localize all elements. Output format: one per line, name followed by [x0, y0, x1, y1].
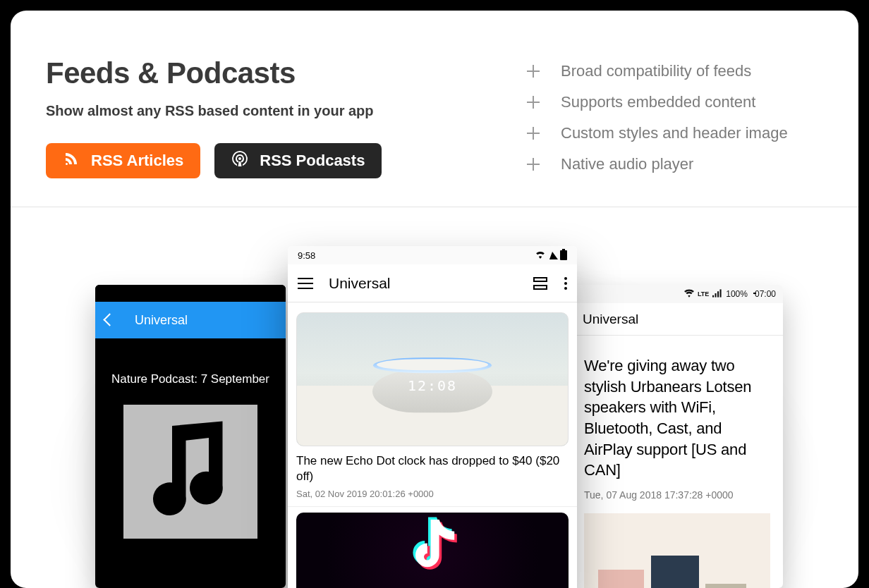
plus-icon	[527, 127, 540, 140]
appbar: Universal	[571, 303, 783, 336]
speaker-shape	[705, 584, 746, 588]
wifi-icon	[684, 289, 694, 300]
page-subtitle: Show almost any RSS based content in you…	[46, 103, 382, 119]
statusbar: 9:58	[288, 246, 577, 264]
back-icon[interactable]	[105, 313, 119, 327]
plus-icon	[527, 158, 540, 171]
statusbar: LTE 100% 07:00	[571, 285, 783, 303]
feed-card[interactable]: 12:08 The new Echo Dot clock has dropped…	[288, 302, 577, 507]
status-time: 07:00	[755, 289, 776, 299]
echo-clock: 12:08	[372, 378, 492, 395]
svg-rect-1	[715, 293, 717, 298]
appbar-title: Universal	[583, 312, 638, 327]
wifi-icon	[535, 250, 546, 261]
appbar: Universal	[288, 264, 577, 302]
feed-card[interactable]	[288, 507, 577, 588]
music-note-icon	[123, 405, 257, 539]
rss-icon	[63, 150, 80, 171]
svg-rect-3	[720, 289, 722, 297]
tiktok-icon	[390, 513, 475, 588]
feed-card-image: 12:08	[296, 312, 569, 446]
rss-articles-label: RSS Articles	[91, 152, 183, 170]
page-title: Feeds & Podcasts	[46, 56, 382, 90]
feature-item: Native audio player	[527, 155, 823, 173]
more-icon[interactable]	[564, 277, 567, 290]
svg-rect-2	[717, 291, 719, 297]
podcast-icon	[231, 150, 248, 171]
appbar-title: Universal	[329, 275, 391, 292]
header-left: Feeds & Podcasts Show almost any RSS bas…	[46, 56, 382, 178]
phone-podcast: Universal Nature Podcast: 7 September	[95, 285, 286, 588]
feed-card-image	[296, 513, 569, 588]
header: Feeds & Podcasts Show almost any RSS bas…	[11, 11, 858, 207]
speaker-shape	[651, 556, 699, 588]
feature-item: Custom styles and header image	[527, 124, 823, 142]
feature-item: Supports embedded content	[527, 93, 823, 111]
signal-icon	[548, 252, 558, 259]
feature-text: Supports embedded content	[561, 93, 755, 111]
battery-icon	[560, 250, 567, 260]
feature-text: Native audio player	[561, 155, 693, 173]
button-row: RSS Articles RSS Podcasts	[46, 143, 382, 178]
feed-card-date: Sat, 02 Nov 2019 20:01:26 +0000	[296, 489, 569, 499]
podcast-title: Nature Podcast: 7 September	[95, 338, 286, 405]
phone-feed: 9:58 Universal	[288, 246, 577, 588]
speaker-shape	[598, 570, 644, 588]
status-time: 9:58	[298, 250, 315, 261]
layout-icon[interactable]	[533, 277, 547, 290]
signal-icon	[712, 289, 722, 300]
battery-text: 100%	[726, 289, 748, 299]
phone-article: LTE 100% 07:00 Universal We're giving aw…	[571, 285, 783, 588]
article-image	[584, 513, 770, 588]
feature-item: Broad compatibility of feeds	[527, 62, 823, 80]
plus-icon	[527, 65, 540, 78]
rss-podcasts-button[interactable]: RSS Podcasts	[214, 143, 382, 178]
appbar-title: Universal	[135, 313, 188, 328]
status-icons	[535, 250, 567, 261]
article-title: We're giving away two stylish Urbanears …	[571, 336, 783, 485]
rss-podcasts-label: RSS Podcasts	[260, 152, 365, 170]
rss-articles-button[interactable]: RSS Articles	[46, 143, 200, 178]
svg-rect-0	[712, 295, 714, 297]
article-date: Tue, 07 Aug 2018 17:37:28 +0000	[571, 485, 783, 513]
feature-card: Feeds & Podcasts Show almost any RSS bas…	[11, 11, 858, 588]
statusbar	[95, 285, 286, 302]
feature-text: Broad compatibility of feeds	[561, 62, 751, 80]
feature-list: Broad compatibility of feeds Supports em…	[527, 62, 823, 178]
net-label: LTE	[698, 290, 709, 298]
feature-text: Custom styles and header image	[561, 124, 788, 142]
menu-icon[interactable]	[298, 278, 313, 289]
feed-card-title: The new Echo Dot clock has dropped to $4…	[296, 453, 569, 484]
echo-dot-illustration: 12:08	[372, 358, 492, 413]
mockup-stage: Universal Nature Podcast: 7 September LT…	[11, 207, 858, 574]
plus-icon	[527, 96, 540, 109]
appbar: Universal	[95, 302, 286, 338]
podcast-cover	[123, 405, 257, 539]
